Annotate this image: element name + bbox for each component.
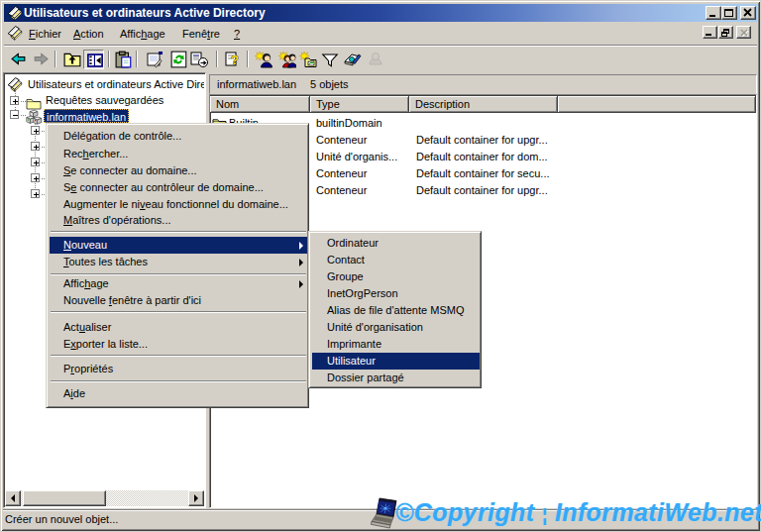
svg-text:?: ?	[231, 53, 239, 67]
